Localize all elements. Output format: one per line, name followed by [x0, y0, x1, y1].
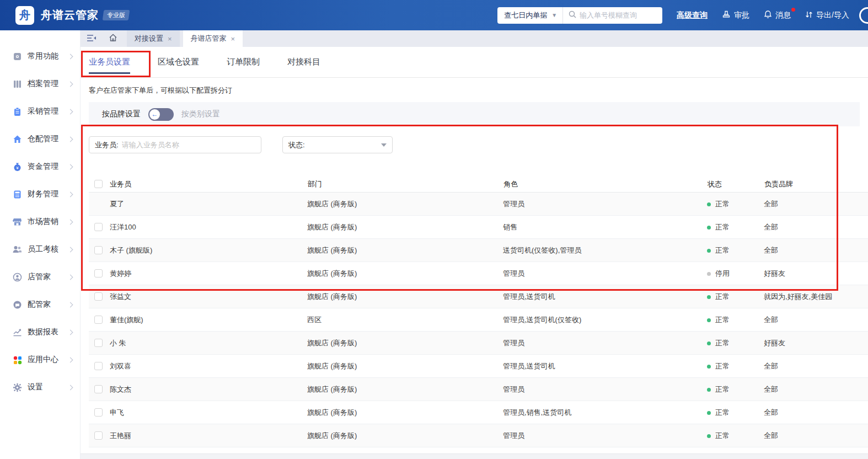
- import-export-icon: [805, 10, 813, 20]
- table-row[interactable]: 黄婷婷旗舰店 (商务版)管理员停用好丽友: [89, 262, 868, 285]
- row-checkbox[interactable]: [94, 269, 103, 277]
- salesman-filter-label: 业务员:: [95, 140, 119, 150]
- cell-brand: 全部: [764, 408, 868, 418]
- messages-label: 消息: [775, 10, 791, 20]
- table-row[interactable]: 陈文杰旗舰店 (商务版)管理员正常全部: [89, 378, 868, 401]
- sidebar-item-10[interactable]: 数据报表: [0, 318, 80, 346]
- messages-button[interactable]: 消息: [764, 10, 791, 20]
- bell-icon: [764, 10, 772, 20]
- row-checkbox[interactable]: [94, 316, 103, 324]
- sidebar-item-label: 仓配管理: [28, 134, 68, 144]
- sidebar-item-4[interactable]: ¥资金管理: [0, 153, 80, 180]
- select-all-checkbox[interactable]: [94, 180, 103, 188]
- status-dot-icon: [707, 434, 711, 438]
- app-logo: 舟: [15, 6, 34, 25]
- table-row[interactable]: 汪洋100旗舰店 (商务版)销售正常全部: [89, 216, 868, 239]
- chevron-right-icon: [68, 109, 73, 114]
- column-header-0: 业务员: [110, 179, 131, 189]
- table-row[interactable]: 刘双喜旗舰店 (商务版)管理员,送货司机正常全部: [89, 355, 868, 378]
- cell-status: 正常: [707, 338, 764, 348]
- sidebar-item-7[interactable]: 员工考核: [0, 236, 80, 263]
- table-row[interactable]: 夏了旗舰店 (商务版)管理员正常全部: [89, 193, 868, 216]
- cell-department: 旗舰店 (商务版): [307, 245, 503, 255]
- split-mode-switch[interactable]: ←: [148, 108, 174, 121]
- subtab-3[interactable]: 对接科目: [287, 47, 320, 77]
- column-header-3: 状态: [707, 179, 722, 189]
- import-export-label: 导出/导入: [816, 10, 849, 20]
- status-text: 正常: [715, 362, 730, 370]
- sidebar-item-2[interactable]: 采销管理: [0, 98, 80, 125]
- cell-status: 停用: [707, 269, 764, 279]
- window-tab-0[interactable]: 对接设置×: [127, 30, 180, 47]
- notification-dot: [791, 8, 795, 12]
- cell-brand: 好丽友: [764, 269, 868, 279]
- switch-knob: ←: [149, 109, 160, 120]
- sidebar-item-8[interactable]: 店管家: [0, 263, 80, 291]
- sidebar-item-label: 应用中心: [28, 355, 68, 365]
- row-checkbox[interactable]: [94, 408, 103, 417]
- cell-role: 管理员: [503, 199, 707, 209]
- person-circle-icon: [12, 272, 22, 282]
- row-checkbox[interactable]: [94, 223, 103, 231]
- sidebar-item-label: 市场营销: [28, 217, 68, 227]
- cell-department: 旗舰店 (商务版): [307, 222, 503, 232]
- chevron-right-icon: [68, 274, 73, 280]
- status-filter-select[interactable]: 状态:: [282, 136, 393, 153]
- cell-role: 管理员,销售,送货司机: [503, 408, 707, 418]
- subtab-2[interactable]: 订单限制: [227, 47, 260, 77]
- table-row[interactable]: 木子 (旗舰版)旗舰店 (商务版)送货司机(仅签收),管理员正常全部: [89, 239, 868, 262]
- search-scope-select[interactable]: 查七日内单据 ▼: [497, 7, 563, 24]
- status-text: 停用: [715, 269, 730, 277]
- sidebar-item-label: 资金管理: [28, 162, 68, 172]
- sidebar-item-6[interactable]: 市场营销: [0, 208, 80, 236]
- cell-department: 旗舰店 (商务版): [307, 385, 503, 394]
- table-row[interactable]: 申飞旗舰店 (商务版)管理员,销售,送货司机正常全部: [89, 401, 868, 424]
- import-export-button[interactable]: 导出/导入: [805, 10, 849, 20]
- row-checkbox[interactable]: [94, 362, 103, 370]
- chart-icon: [12, 327, 22, 337]
- sidebar-item-9[interactable]: 配管家: [0, 291, 80, 318]
- sidebar-item-12[interactable]: 设置: [0, 373, 80, 401]
- split-mode-toggle-bar: 按品牌设置 ← 按类别设置: [89, 102, 860, 126]
- sidebar-item-5[interactable]: 财务管理: [0, 180, 80, 208]
- row-checkbox[interactable]: [94, 385, 103, 393]
- row-checkbox[interactable]: [94, 431, 103, 440]
- subtab-0[interactable]: 业务员设置: [89, 47, 130, 77]
- cell-salesman: 陈文杰: [110, 385, 307, 394]
- sidebar-item-label: 设置: [28, 382, 68, 392]
- sidebar-item-1[interactable]: 档案管理: [0, 70, 80, 98]
- status-text: 正常: [715, 385, 730, 393]
- table-row[interactable]: 董佳(旗舰)西区管理员,送货司机(仅签收)正常全部: [89, 308, 868, 332]
- advanced-search-link[interactable]: 高级查询: [677, 10, 708, 20]
- row-checkbox[interactable]: [94, 339, 103, 347]
- cell-role: 管理员: [503, 269, 707, 279]
- sidebar-item-11[interactable]: 应用中心: [0, 346, 80, 373]
- close-icon[interactable]: ×: [168, 35, 172, 43]
- status-filter-label: 状态:: [288, 140, 381, 150]
- window-tab-1[interactable]: 舟谱店管家×: [183, 30, 243, 47]
- sidebar-item-0[interactable]: 常用功能: [0, 42, 80, 70]
- collapse-menu-button[interactable]: [81, 30, 103, 47]
- table-row[interactable]: 小 朱旗舰店 (商务版)管理员正常好丽友: [89, 332, 868, 355]
- svg-text:¥: ¥: [15, 166, 19, 170]
- cell-department: 旗舰店 (商务版): [307, 338, 503, 348]
- tab-strip: 对接设置×舟谱店管家×: [81, 30, 868, 47]
- status-dot-icon: [707, 295, 711, 299]
- table-row[interactable]: 王艳丽旗舰店 (商务版)管理员正常全部: [89, 424, 868, 447]
- close-icon[interactable]: ×: [231, 35, 235, 43]
- search-input[interactable]: [580, 11, 657, 19]
- salesman-filter[interactable]: 业务员:: [89, 136, 261, 153]
- cell-salesman: 申飞: [110, 408, 307, 418]
- top-header: 舟 舟谱云管家 专业版 查七日内单据 ▼ 高级查询 审批: [0, 0, 868, 30]
- row-checkbox[interactable]: [94, 292, 103, 301]
- sidebar-item-3[interactable]: 仓配管理: [0, 125, 80, 153]
- salesman-filter-input[interactable]: [122, 141, 255, 149]
- row-checkbox[interactable]: [94, 246, 103, 254]
- approval-button[interactable]: 审批: [722, 10, 749, 20]
- home-tab-button[interactable]: [103, 30, 124, 47]
- subtab-1[interactable]: 区域仓设置: [158, 47, 199, 77]
- cell-brand: 就因为,好丽友,美佳园: [764, 292, 868, 302]
- table-row[interactable]: 张益文旗舰店 (商务版)管理员,送货司机正常就因为,好丽友,美佳园: [89, 285, 868, 308]
- cell-status: 正常: [707, 292, 764, 302]
- people-icon: [12, 244, 22, 254]
